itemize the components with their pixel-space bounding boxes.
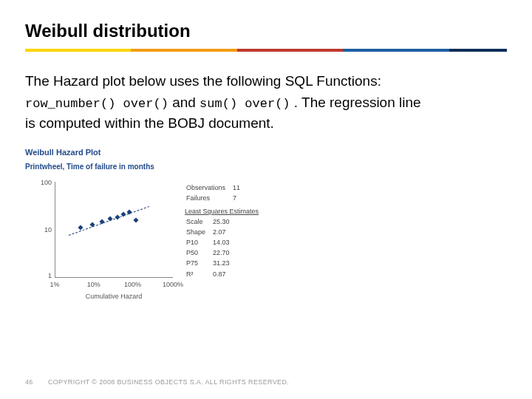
stat-value: 25.30 — [213, 217, 236, 226]
stat-label: Failures — [186, 194, 231, 202]
stats-obs-table: Observations 11 Failures 7 — [185, 182, 248, 204]
slide-footer: 46 COPYRIGHT © 2008 BUSINESS OBJECTS S.A… — [25, 378, 289, 386]
x-axis-label: Cumulative Hazard — [86, 293, 143, 300]
stat-label: P75 — [186, 259, 211, 267]
chart-subtitle: Printwheel, Time of failure in months — [25, 163, 306, 171]
xtick: 10% — [87, 281, 100, 288]
xtick: 1% — [50, 281, 59, 288]
stat-value: 7 — [233, 194, 246, 202]
page-number: 46 — [25, 378, 46, 386]
y-axis — [55, 182, 55, 278]
x-axis — [55, 277, 173, 278]
ytick: 10 — [38, 226, 52, 233]
copyright-text: COPYRIGHT © 2008 BUSINESS OBJECTS S.A. A… — [48, 378, 289, 386]
stat-label: Shape — [186, 228, 211, 236]
stats-estimates-table: Scale25.30Shape2.07P1014.03P5022.70P7531… — [185, 216, 237, 280]
body-mid: and — [172, 95, 200, 110]
body-line2: is computed within the BOBJ document. — [25, 115, 274, 131]
stat-value: 22.70 — [213, 248, 236, 257]
ytick: 1 — [38, 272, 52, 279]
stat-label: Scale — [186, 217, 211, 226]
stat-label: Observations — [186, 183, 231, 192]
stat-value: 14.03 — [213, 238, 236, 247]
plot-area: 100 10 1 1% 10% 100% 1000% Cumulative Ha… — [55, 182, 173, 278]
stat-value: 0.87 — [213, 270, 236, 279]
body-line1-post: . The regression line — [294, 95, 421, 110]
stat-value: 31.23 — [213, 259, 236, 267]
stat-label: P50 — [186, 248, 211, 257]
data-point — [134, 217, 139, 222]
stat-label: P10 — [186, 238, 211, 247]
xtick: 1000% — [163, 281, 183, 288]
slide-title: Weibull distribution — [25, 21, 507, 41]
code-func-1: row_number() over() — [25, 97, 168, 111]
code-func-2: sum() over() — [200, 97, 290, 111]
accent-rule — [25, 49, 507, 52]
body-paragraph: The Hazard plot below uses the following… — [25, 71, 498, 134]
chart-title: Weibull Hazard Plot — [25, 148, 306, 157]
hazard-chart: Weibull Hazard Plot Printwheel, Time of … — [25, 148, 306, 303]
body-line1-pre: The Hazard plot below uses the following… — [25, 73, 381, 89]
stats-section-header: Least Squares Estimates — [185, 204, 259, 216]
xtick: 100% — [124, 281, 141, 288]
stat-label: R² — [186, 270, 211, 279]
stat-value: 11 — [233, 183, 246, 192]
stats-panel: Observations 11 Failures 7 Least Squares… — [185, 182, 259, 280]
stat-value: 2.07 — [213, 228, 236, 236]
ytick: 100 — [38, 179, 52, 186]
